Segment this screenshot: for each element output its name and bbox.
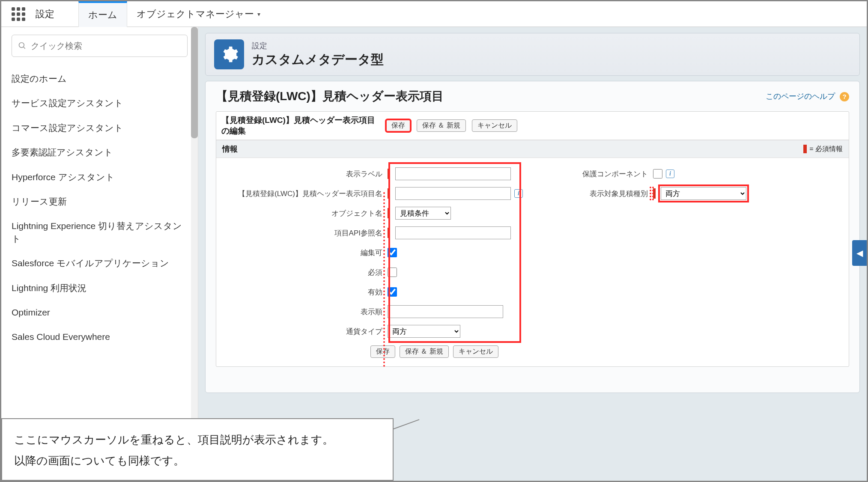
top-bar: 設定 ホーム オブジェクトマネージャー ▾ <box>1 1 867 27</box>
callout-note: ここにマウスカーソルを重ねると、項目説明が表示されます。 以降の画面についても同… <box>1 418 394 481</box>
section-label: 情報 <box>222 144 238 154</box>
row-object: オブジェクト名 見積条件 <box>216 203 525 223</box>
setup-title: 設定 <box>36 8 78 21</box>
label-enabled: 有効 <box>216 287 388 297</box>
help-link[interactable]: このページのヘルプ ? <box>766 91 849 101</box>
checkbox-protected[interactable] <box>653 169 662 179</box>
setup-sidebar: 設定のホーム サービス設定アシスタント コマース設定アシスタント 多要素認証アシ… <box>1 27 198 481</box>
sidebar-item-commerce-assistant[interactable]: コマース設定アシスタント <box>12 116 188 140</box>
row-protected: 保護コンポーネント i <box>542 164 849 184</box>
required-indicator-icon <box>388 188 390 199</box>
info-icon[interactable]: i <box>666 170 674 178</box>
select-target-quote-type[interactable]: 両方 <box>661 187 746 200</box>
tab-object-manager[interactable]: オブジェクトマネージャー ▾ <box>127 1 270 27</box>
label-editable: 編集可 <box>216 248 388 258</box>
quick-find-input[interactable] <box>31 41 181 51</box>
tab-home[interactable]: ホーム <box>78 1 127 27</box>
required-legend-text: = 必須情報 <box>809 145 843 154</box>
section-bar: 情報 = 必須情報 <box>216 140 849 158</box>
svg-line-1 <box>24 47 25 49</box>
save-and-new-button[interactable]: 保存 ＆ 新規 <box>417 119 466 132</box>
row-enabled: 有効 <box>216 282 525 302</box>
chevron-down-icon: ▾ <box>257 11 260 18</box>
page-header-text: 設定 カスタムメタデータ型 <box>252 41 384 68</box>
checkbox-required[interactable] <box>388 268 397 277</box>
select-currency-type[interactable]: 両方 <box>388 325 460 338</box>
save-button[interactable]: 保存 <box>386 119 411 132</box>
gear-icon <box>220 45 239 64</box>
edit-header-title: 【見積登録(LWC)】見積ヘッダー表示項目の編集 <box>221 115 380 136</box>
sidebar-item-release-updates[interactable]: リリース更新 <box>12 189 188 214</box>
content-row: 設定のホーム サービス設定アシスタント コマース設定アシスタント 多要素認証アシ… <box>1 27 867 481</box>
label-api-name: 項目API参照名 <box>216 228 388 238</box>
sidebar-item-setup-home[interactable]: 設定のホーム <box>12 66 188 91</box>
select-object-name[interactable]: 見積条件 <box>395 207 451 220</box>
right-column: 保護コンポーネント i 表示対象見積種別 <box>525 164 849 341</box>
left-column: 表示ラベル 【見積登録(LWC)】見積ヘッダー表示項目名 <box>216 164 525 341</box>
required-indicator-icon <box>388 228 390 238</box>
sidebar-item-hyperforce-assistant[interactable]: Hyperforce アシスタント <box>12 165 188 189</box>
detail-title: 【見積登録(LWC)】見積ヘッダー表示項目 <box>216 88 444 104</box>
label-required: 必須 <box>216 268 388 277</box>
sidebar-item-lex-switch-assistant[interactable]: Lightning Experience 切り替えアシスタント <box>12 214 188 251</box>
row-api-name: 項目API参照名 <box>216 223 525 243</box>
page-header: 設定 カスタムメタデータ型 <box>205 33 860 76</box>
required-indicator-icon <box>388 169 390 179</box>
input-api-name[interactable] <box>395 226 511 239</box>
svg-point-0 <box>19 43 24 48</box>
label-currency-type: 通貨タイプ <box>216 327 388 336</box>
row-display-order: 表示順 <box>216 302 525 321</box>
cancel-button[interactable]: キャンセル <box>472 119 517 132</box>
callout-line-1: ここにマウスカーソルを重ねると、項目説明が表示されます。 <box>14 429 381 450</box>
cancel-button-bottom[interactable]: キャンセル <box>453 345 498 358</box>
save-and-new-button-bottom[interactable]: 保存 ＆ 新規 <box>400 345 449 358</box>
save-button-bottom[interactable]: 保存 <box>370 345 395 358</box>
row-display-label: 表示ラベル <box>216 164 525 184</box>
label-display-label: 表示ラベル <box>216 169 388 179</box>
app-launcher-button[interactable] <box>1 7 36 21</box>
help-link-label: このページのヘルプ <box>766 92 835 101</box>
checkbox-editable[interactable] <box>388 248 397 257</box>
sidebar-item-mfa-assistant[interactable]: 多要素認証アシスタント <box>12 140 188 164</box>
edit-box: 【見積登録(LWC)】見積ヘッダー表示項目の編集 保存 保存 ＆ 新規 キャンセ… <box>216 111 849 367</box>
help-icon: ? <box>840 92 849 101</box>
label-protected: 保護コンポーネント <box>542 169 653 179</box>
fields-wrap: 表示ラベル 【見積登録(LWC)】見積ヘッダー表示項目名 <box>216 158 849 366</box>
info-icon[interactable]: i <box>514 189 523 198</box>
triangle-left-icon: ◀ <box>856 248 863 258</box>
sidebar-item-optimizer[interactable]: Optimizer <box>12 300 188 324</box>
label-target-quote-type: 表示対象見積種別 <box>542 189 653 199</box>
required-legend: = 必須情報 <box>803 145 843 154</box>
app-frame: 設定 ホーム オブジェクトマネージャー ▾ 設定のホーム サービス設定アシスタン… <box>0 0 868 482</box>
sidebar-scrollbar-thumb[interactable] <box>191 27 198 138</box>
edit-header: 【見積登録(LWC)】見積ヘッダー表示項目の編集 保存 保存 ＆ 新規 キャンセ… <box>216 112 849 140</box>
callout-line-2: 以降の画面についても同様です。 <box>14 450 381 471</box>
detail-title-row: 【見積登録(LWC)】見積ヘッダー表示項目 このページのヘルプ ? <box>216 88 849 104</box>
tab-object-manager-label: オブジェクトマネージャー <box>137 8 254 21</box>
sidebar-item-sales-cloud-everywhere[interactable]: Sales Cloud Everywhere <box>12 324 188 349</box>
label-name: 【見積登録(LWC)】見積ヘッダー表示項目名 <box>216 189 388 199</box>
label-object-name: オブジェクト名 <box>216 208 388 218</box>
input-name[interactable] <box>395 187 511 200</box>
input-display-label[interactable] <box>395 167 511 180</box>
sidebar-item-lightning-usage[interactable]: Lightning 利用状況 <box>12 276 188 300</box>
annotation-dotted-marker <box>650 187 654 200</box>
row-editable: 編集可 <box>216 243 525 262</box>
slide-in-tab[interactable]: ◀ <box>852 240 867 266</box>
row-target-quote-type: 表示対象見積種別 両方 <box>542 184 849 203</box>
checkbox-enabled[interactable] <box>388 287 397 297</box>
row-currency-type: 通貨タイプ 両方 <box>216 321 525 341</box>
footer-buttons: 保存 保存 ＆ 新規 キャンセル <box>216 341 849 358</box>
sidebar-item-salesforce-mobile-app[interactable]: Salesforce モバイルアプリケーション <box>12 251 188 275</box>
label-display-order: 表示順 <box>216 307 388 317</box>
gear-icon-box <box>214 39 244 69</box>
row-name: 【見積登録(LWC)】見積ヘッダー表示項目名 i <box>216 184 525 203</box>
input-display-order[interactable] <box>388 305 503 318</box>
quick-find-box[interactable] <box>12 35 188 57</box>
two-col: 表示ラベル 【見積登録(LWC)】見積ヘッダー表示項目名 <box>216 164 849 341</box>
sidebar-item-service-assistant[interactable]: サービス設定アシスタント <box>12 91 188 115</box>
main-area: 設定 カスタムメタデータ型 【見積登録(LWC)】見積ヘッダー表示項目 このペー… <box>198 27 867 481</box>
required-mark-icon <box>803 145 807 153</box>
waffle-icon <box>12 7 25 21</box>
row-required: 必須 <box>216 262 525 282</box>
